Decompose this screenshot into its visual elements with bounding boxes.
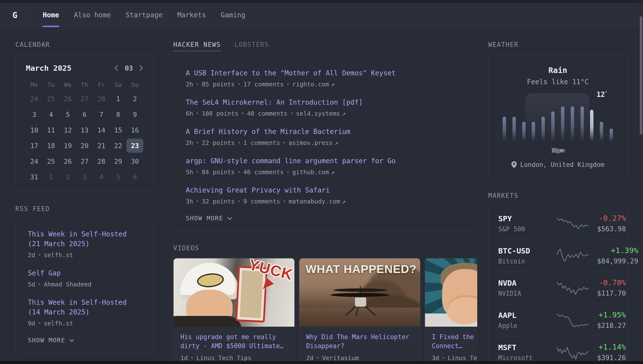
calendar-day[interactable]: 19 — [59, 138, 76, 153]
news-item-domain[interactable]: sel4.systems — [296, 110, 340, 117]
app-logo[interactable]: G — [0, 3, 30, 27]
nav-tab[interactable]: Also home — [74, 3, 111, 27]
market-ticker[interactable]: NVDA — [498, 278, 548, 288]
calendar-day[interactable]: 13 — [76, 123, 93, 137]
video-title[interactable]: I Fixed the 5… Power Connect… — [432, 332, 477, 350]
news-item-comments[interactable]: 40 comments — [247, 110, 288, 117]
chevron-right-icon[interactable] — [139, 65, 143, 72]
nav-tab[interactable]: Markets — [177, 3, 206, 27]
market-sparkline — [557, 312, 588, 328]
calendar-day[interactable]: 27 — [76, 92, 93, 106]
calendar-day[interactable]: 24 — [26, 154, 43, 168]
news-item-domain[interactable]: matanabudy.com — [289, 198, 340, 205]
market-ticker[interactable]: AAPL — [498, 311, 548, 320]
calendar-day[interactable]: 21 — [93, 138, 110, 153]
calendar-day[interactable]: 3 — [26, 107, 43, 122]
calendar-day[interactable]: 28 — [93, 154, 110, 168]
calendar-day[interactable]: 25 — [43, 92, 60, 106]
news-item-title[interactable]: A Brief History of the Miracle Bacterium — [186, 127, 465, 136]
calendar-day[interactable]: 5 — [110, 170, 127, 184]
calendar-day[interactable]: 17 — [26, 138, 43, 153]
calendar-day[interactable]: 14 — [93, 123, 110, 137]
news-source-tab[interactable]: LOBSTERS — [234, 41, 269, 48]
calendar-day[interactable]: 11 — [43, 123, 60, 137]
news-item-title[interactable]: A USB Interface to the "Mother of All De… — [186, 68, 465, 78]
market-row[interactable]: AAPL Apple +1.95% $218.27 — [498, 304, 617, 336]
market-row[interactable]: SPY S&P 500 -0.27% $563.98 — [498, 207, 617, 240]
calendar-day[interactable]: 1 — [110, 92, 127, 106]
chevron-left-icon[interactable] — [114, 65, 118, 72]
weather-location[interactable]: London, United Kingdom — [498, 161, 617, 168]
calendar-day[interactable]: 6 — [127, 170, 143, 184]
rss-show-more-button[interactable]: SHOW MORE — [28, 337, 141, 344]
video-thumbnail[interactable]: WHAT HAPPENED? — [299, 258, 420, 327]
calendar-day[interactable]: 3 — [76, 170, 93, 184]
video-channel[interactable]: Veritasium — [322, 354, 359, 362]
calendar-day[interactable]: 4 — [43, 107, 60, 122]
calendar-day[interactable]: 8 — [110, 107, 127, 122]
calendar-day[interactable]: 16 — [127, 123, 143, 137]
calendar-day[interactable]: 20 — [76, 138, 93, 153]
calendar-day[interactable]: 28 — [93, 92, 110, 106]
calendar-day[interactable]: 1 — [43, 170, 60, 184]
news-source-tab[interactable]: HACKER NEWS — [173, 41, 221, 52]
dot-separator: • — [196, 139, 199, 146]
video-card[interactable]: WHAT HAPPENED? Why Did The Mars Helicopt… — [299, 258, 420, 364]
news-item-title[interactable]: Achieving Great Privacy with Safari — [186, 186, 465, 195]
video-card[interactable]: DO TH T I Fixed the 5… Power Connect… 3d… — [425, 258, 477, 364]
calendar-day[interactable]: 26 — [59, 92, 76, 106]
market-row[interactable]: MSFT Microsoft +1.14% $391.26 — [498, 336, 617, 364]
calendar-day[interactable]: 9 — [127, 107, 143, 122]
news-item-domain[interactable]: asimov.press — [289, 139, 333, 146]
nav-tab[interactable]: Startpage — [126, 3, 163, 27]
video-channel[interactable]: Linus Tech Tips — [448, 354, 477, 362]
news-item-comments[interactable]: 46 comments — [243, 168, 284, 176]
video-card[interactable]: YUCK His upgrade got me really dirty - A… — [173, 258, 295, 364]
calendar-day[interactable]: 22 — [110, 138, 127, 153]
news-item-domain[interactable]: righto.com — [292, 81, 329, 88]
rss-item-title[interactable]: Self Gap — [28, 268, 141, 278]
video-thumbnail[interactable]: YUCK — [174, 258, 295, 327]
nav-tab[interactable]: Gaming — [221, 3, 245, 27]
calendar-day[interactable]: 12 — [59, 123, 76, 137]
calendar-day[interactable]: 2 — [127, 92, 143, 106]
calendar-day[interactable]: 6 — [76, 107, 93, 122]
news-item-comments[interactable]: 1 comments — [243, 139, 280, 146]
calendar-day[interactable]: 24 — [26, 92, 43, 106]
calendar-day[interactable]: 25 — [43, 154, 60, 168]
market-row[interactable]: BTC-USD Bitcoin +1.39% $84,999.29 — [498, 240, 617, 272]
news-item-comments[interactable]: 17 comments — [243, 81, 284, 88]
news-item-comments[interactable]: 9 comments — [243, 198, 280, 205]
news-item-domain[interactable]: github.com — [292, 168, 329, 176]
market-ticker[interactable]: MSFT — [498, 343, 548, 352]
market-ticker[interactable]: BTC-USD — [498, 246, 548, 255]
market-row[interactable]: NVDA NVIDIA -0.70% $117.70 — [498, 272, 617, 304]
news-item-title[interactable]: argp: GNU-style command line argument pa… — [186, 156, 465, 166]
market-ticker[interactable]: SPY — [498, 214, 548, 223]
calendar-day[interactable]: 10 — [26, 123, 43, 137]
calendar-day[interactable]: 27 — [76, 154, 93, 168]
news-show-more-button[interactable]: SHOW MORE — [186, 215, 465, 222]
calendar-day[interactable]: 26 — [59, 154, 76, 168]
calendar-day[interactable]: 30 — [127, 154, 143, 168]
calendar-day[interactable]: 29 — [110, 154, 127, 168]
scrollbar-thumb[interactable] — [640, 16, 642, 135]
calendar-day[interactable]: 15 — [110, 123, 127, 137]
calendar-day[interactable]: 7 — [93, 107, 110, 122]
rss-item-title[interactable]: This Week in Self-Hosted (21 March 2025) — [28, 229, 141, 249]
news-item-title[interactable]: The SeL4 Microkernel: An Introduction [p… — [186, 98, 465, 107]
video-channel[interactable]: Linus Tech Tips — [196, 354, 251, 362]
rss-item-title[interactable]: This Week in Self-Hosted (14 March 2025) — [28, 298, 141, 317]
video-thumbnail[interactable]: DO TH T — [425, 258, 477, 327]
calendar-day[interactable]: 18 — [43, 138, 60, 153]
video-title[interactable]: His upgrade got me really dirty - AMD $5… — [180, 332, 288, 350]
weather-hour-bar — [580, 106, 584, 142]
video-title[interactable]: Why Did The Mars Helicopter Disappear? — [306, 332, 413, 350]
calendar-day[interactable]: 5 — [59, 107, 76, 122]
calendar-day[interactable]: 31 — [26, 170, 43, 184]
calendar-day[interactable]: 23 — [127, 138, 143, 153]
calendar-day[interactable]: 2 — [59, 170, 76, 184]
scrollbar-track[interactable] — [639, 3, 643, 364]
nav-tab[interactable]: Home — [43, 3, 59, 27]
calendar-day[interactable]: 4 — [93, 170, 110, 184]
